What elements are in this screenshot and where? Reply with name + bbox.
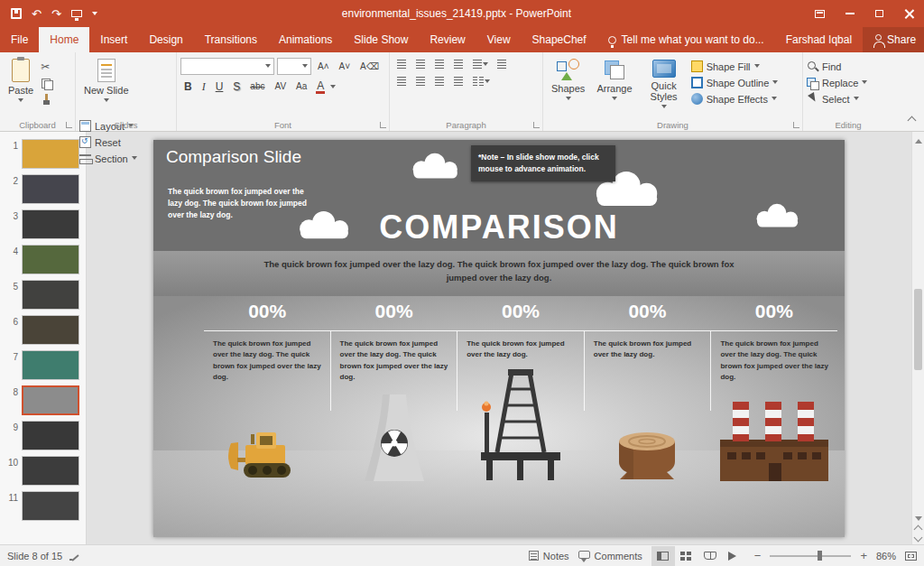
shape-fill-button[interactable]: Shape Fill (691, 60, 779, 72)
paste-button[interactable]: Paste (4, 55, 38, 115)
shape-outline-button[interactable]: Shape Outline (691, 77, 779, 88)
change-case-button[interactable]: Aa (292, 80, 310, 93)
percent-value[interactable]: 00% (330, 301, 457, 322)
percent-value[interactable]: 00% (204, 301, 330, 322)
dialog-launcher-icon[interactable] (793, 122, 799, 128)
slide-thumbnail-7[interactable]: 7 (0, 348, 86, 383)
slide-heading[interactable]: COMPARISON (153, 209, 845, 246)
tab-review[interactable]: Review (419, 27, 476, 52)
cut-icon[interactable]: ✂ (41, 60, 52, 73)
start-slideshow-icon[interactable] (71, 10, 82, 17)
tab-home[interactable]: Home (39, 27, 89, 52)
tab-animations[interactable]: Animations (268, 27, 343, 52)
slide-thumbnail-10[interactable]: 10 (0, 453, 86, 488)
slide-subtitle[interactable]: The quick brown fox jumped over the lazy… (250, 258, 748, 284)
fit-slide-to-window-icon[interactable] (905, 552, 917, 561)
strikethrough-button[interactable]: abc (246, 80, 268, 93)
tab-design[interactable]: Design (138, 27, 193, 52)
slide-thumbnail-9[interactable]: 9 (0, 418, 86, 453)
italic-button[interactable]: I (199, 79, 209, 94)
text-shadow-button[interactable]: S (229, 79, 244, 94)
dialog-launcher-icon[interactable] (66, 122, 72, 128)
tree-stump-icon[interactable] (608, 427, 686, 481)
tab-file[interactable]: File (0, 27, 39, 52)
font-size-select[interactable] (277, 58, 311, 75)
slide-title[interactable]: Comparison Slide (166, 147, 301, 167)
slide-note-box[interactable]: *Note – In slide show mode, click mouse … (471, 145, 615, 181)
slide-thumbnail-2[interactable]: 2 (0, 172, 86, 207)
slide-thumbnail-1[interactable]: 1 (0, 136, 86, 172)
scroll-down-icon[interactable] (915, 516, 922, 524)
zoom-out-button[interactable]: − (754, 549, 762, 562)
replace-button[interactable]: Replace (807, 77, 867, 88)
line-spacing-button[interactable] (469, 58, 491, 71)
decrease-indent-button[interactable] (431, 58, 448, 71)
tab-view[interactable]: View (476, 27, 522, 52)
oil-rig-icon[interactable] (476, 369, 566, 481)
cooling-tower-icon[interactable] (361, 394, 428, 481)
find-button[interactable]: Find (807, 60, 867, 72)
slide-thumbnail-4[interactable]: 4 (0, 242, 86, 277)
zoom-slider[interactable] (770, 555, 851, 557)
dialog-launcher-icon[interactable] (380, 122, 386, 128)
tell-me-box[interactable]: Tell me what you want to do... (597, 27, 775, 52)
select-button[interactable]: Select (807, 93, 867, 105)
percent-value[interactable]: 00% (711, 301, 837, 322)
tab-shapechef[interactable]: ShapeChef (522, 27, 597, 52)
increase-font-size-button[interactable]: A˄ (314, 60, 333, 73)
redo-icon[interactable]: ↷ (51, 8, 61, 20)
percent-value[interactable]: 00% (457, 301, 584, 322)
tab-insert[interactable]: Insert (89, 27, 138, 52)
zoom-level[interactable]: 86% (876, 551, 896, 561)
comments-button[interactable]: Comments (578, 551, 642, 561)
tab-slide-show[interactable]: Slide Show (343, 27, 419, 52)
reading-view-button[interactable] (698, 546, 722, 566)
arrange-button[interactable]: Arrange (592, 55, 636, 115)
align-right-button[interactable] (431, 75, 448, 88)
decrease-font-size-button[interactable]: A˅ (336, 60, 355, 73)
bold-button[interactable]: B (180, 79, 196, 94)
notes-button[interactable]: Notes (529, 551, 569, 561)
minimize-button[interactable] (835, 0, 864, 27)
zoom-in-button[interactable]: + (860, 549, 867, 562)
normal-view-button[interactable] (651, 546, 675, 566)
shapes-button[interactable]: Shapes (547, 55, 589, 115)
slide-thumbnail-3[interactable]: 3 (0, 207, 86, 242)
save-icon[interactable] (11, 8, 22, 19)
format-painter-icon[interactable] (41, 94, 52, 106)
slide-canvas[interactable]: Comparison Slide The quick brown fox jum… (87, 132, 911, 544)
slide-thumbnail-6[interactable]: 6 (0, 312, 86, 348)
ribbon-display-options-button[interactable] (805, 0, 835, 27)
dialog-launcher-icon[interactable] (533, 122, 540, 128)
vertical-scrollbar[interactable] (911, 132, 924, 544)
proofing-icon[interactable] (69, 551, 80, 561)
bullets-button[interactable] (393, 58, 410, 71)
underline-button[interactable]: U (212, 79, 227, 94)
character-spacing-button[interactable]: AV (271, 80, 290, 93)
slide-thumbnail-8[interactable]: 8 (0, 383, 86, 418)
share-button[interactable]: Share (863, 27, 924, 52)
collapse-ribbon-icon[interactable] (908, 116, 917, 125)
font-color-button[interactable]: A (313, 79, 328, 95)
scrollbar-thumb[interactable] (914, 289, 922, 370)
signed-in-user[interactable]: Farshad Iqbal (775, 27, 863, 52)
percent-value[interactable]: 00% (584, 301, 710, 322)
bulldozer-icon[interactable] (224, 423, 310, 481)
quick-styles-button[interactable]: Quick Styles (640, 55, 688, 115)
text-direction-button[interactable] (494, 58, 510, 71)
undo-icon[interactable]: ↶ (32, 8, 42, 20)
slide-thumbnail-11[interactable]: 11 (0, 488, 86, 524)
align-center-button[interactable] (412, 75, 429, 88)
maximize-button[interactable] (864, 0, 894, 27)
scroll-up-icon[interactable] (915, 135, 922, 144)
new-slide-button[interactable]: New Slide (79, 55, 134, 115)
factory-icon[interactable] (716, 398, 832, 481)
justify-button[interactable] (450, 75, 467, 88)
align-left-button[interactable] (393, 75, 410, 88)
font-name-select[interactable] (180, 58, 274, 75)
tab-transitions[interactable]: Transitions (194, 27, 268, 52)
close-button[interactable] (894, 0, 924, 27)
clear-formatting-button[interactable]: A⌫ (356, 60, 383, 73)
numbering-button[interactable] (412, 58, 429, 71)
columns-button[interactable] (469, 75, 493, 88)
